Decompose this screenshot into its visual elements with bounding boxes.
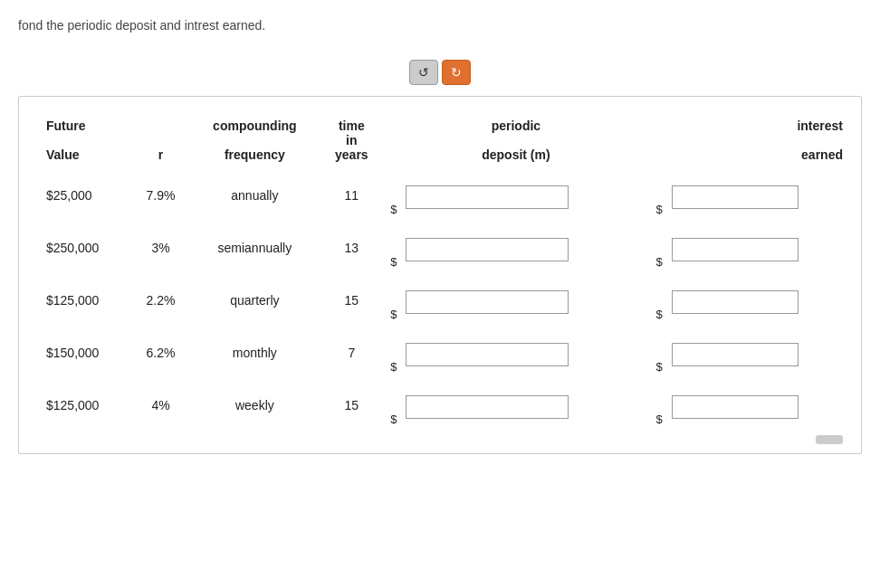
table-row: $250,000 3% semiannually 13 $ $ bbox=[28, 222, 852, 274]
header-interest: interest bbox=[649, 115, 852, 133]
cell-time-1: 13 bbox=[320, 222, 383, 274]
cell-interest-dollar-3: $ bbox=[649, 327, 665, 379]
cell-time-2: 15 bbox=[320, 274, 383, 327]
redo-button[interactable]: ↻ bbox=[442, 60, 471, 85]
cell-time-4: 15 bbox=[320, 379, 383, 432]
interest-input-1[interactable] bbox=[672, 238, 799, 261]
cell-future-value-2: $125,000 bbox=[28, 274, 132, 327]
deposit-input-3[interactable] bbox=[406, 343, 569, 366]
table-row: $25,000 7.9% annually 11 $ $ bbox=[28, 169, 852, 222]
header-earned: earned bbox=[649, 133, 852, 169]
cell-deposit-dollar-3: $ bbox=[383, 327, 398, 379]
cell-deposit-input-0[interactable] bbox=[398, 169, 648, 222]
page-subtitle: fond the periodic deposit and intrest ea… bbox=[18, 18, 862, 33]
cell-future-value-3: $150,000 bbox=[28, 327, 132, 379]
cell-deposit-dollar-2: $ bbox=[383, 274, 398, 327]
interest-input-3[interactable] bbox=[672, 343, 799, 366]
cell-r-3: 6.2% bbox=[132, 327, 190, 379]
deposit-input-4[interactable] bbox=[406, 395, 569, 419]
header-deposit: deposit (m) bbox=[383, 133, 648, 169]
header-compounding: compounding bbox=[189, 115, 320, 133]
cell-deposit-dollar-1: $ bbox=[383, 222, 398, 274]
cell-frequency-1: semiannually bbox=[189, 222, 320, 274]
cell-r-4: 4% bbox=[132, 379, 190, 432]
table-row: $125,000 4% weekly 15 $ $ bbox=[28, 379, 852, 432]
cell-frequency-4: weekly bbox=[189, 379, 320, 432]
cell-future-value-4: $125,000 bbox=[28, 379, 132, 432]
cell-interest-input-3[interactable] bbox=[665, 327, 852, 379]
cell-interest-input-2[interactable] bbox=[665, 274, 852, 327]
cell-frequency-0: annually bbox=[189, 169, 320, 222]
deposit-input-2[interactable] bbox=[406, 290, 569, 314]
cell-time-3: 7 bbox=[320, 327, 383, 379]
cell-interest-input-1[interactable] bbox=[665, 222, 852, 274]
cell-future-value-0: $25,000 bbox=[28, 169, 132, 222]
interest-input-4[interactable] bbox=[672, 395, 799, 419]
table-row: $150,000 6.2% monthly 7 $ $ bbox=[28, 327, 852, 379]
header-periodic: periodic bbox=[383, 115, 648, 133]
header-frequency: frequency bbox=[189, 133, 320, 169]
cell-interest-input-0[interactable] bbox=[665, 169, 852, 222]
undo-button[interactable]: ↺ bbox=[409, 60, 438, 85]
header-time-years: in years bbox=[320, 133, 383, 169]
cell-future-value-1: $250,000 bbox=[28, 222, 132, 274]
cell-interest-dollar-1: $ bbox=[649, 222, 665, 274]
deposit-input-0[interactable] bbox=[406, 185, 569, 209]
cell-deposit-dollar-0: $ bbox=[383, 169, 398, 222]
header-r-sub: r bbox=[132, 133, 190, 169]
cell-frequency-2: quarterly bbox=[189, 274, 320, 327]
main-table: Future compounding time periodic interes… bbox=[28, 115, 852, 432]
scroll-area bbox=[28, 435, 852, 444]
deposit-input-1[interactable] bbox=[406, 238, 569, 261]
cell-interest-input-4[interactable] bbox=[665, 379, 852, 432]
header-time: time bbox=[320, 115, 383, 133]
toolbar: ↺ ↻ bbox=[18, 60, 862, 85]
table-row: $125,000 2.2% quarterly 15 $ $ bbox=[28, 274, 852, 327]
cell-r-2: 2.2% bbox=[132, 274, 190, 327]
cell-deposit-input-1[interactable] bbox=[398, 222, 648, 274]
cell-interest-dollar-4: $ bbox=[649, 379, 665, 432]
cell-r-1: 3% bbox=[132, 222, 190, 274]
horizontal-scrollbar[interactable] bbox=[816, 435, 843, 444]
cell-deposit-input-3[interactable] bbox=[398, 327, 648, 379]
main-table-container: Future compounding time periodic interes… bbox=[18, 96, 862, 454]
cell-deposit-input-4[interactable] bbox=[398, 379, 648, 432]
cell-deposit-input-2[interactable] bbox=[398, 274, 648, 327]
cell-deposit-dollar-4: $ bbox=[383, 379, 398, 432]
cell-interest-dollar-2: $ bbox=[649, 274, 665, 327]
interest-input-0[interactable] bbox=[672, 185, 799, 209]
header-value: Value bbox=[28, 133, 132, 169]
cell-r-0: 7.9% bbox=[132, 169, 190, 222]
cell-interest-dollar-0: $ bbox=[649, 169, 665, 222]
header-r bbox=[132, 115, 190, 133]
cell-frequency-3: monthly bbox=[189, 327, 320, 379]
cell-time-0: 11 bbox=[320, 169, 383, 222]
interest-input-2[interactable] bbox=[672, 290, 799, 314]
header-future-value: Future bbox=[28, 115, 132, 133]
